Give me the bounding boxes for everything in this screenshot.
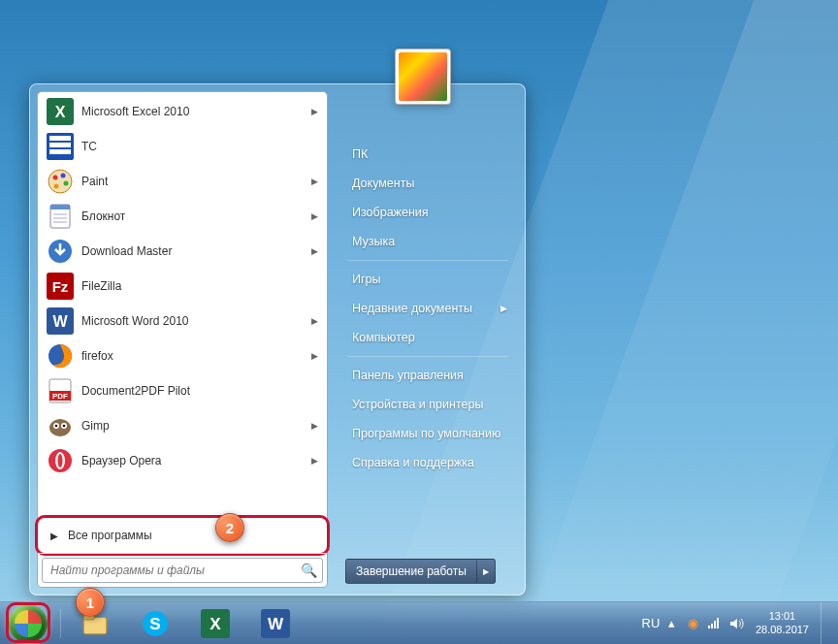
right-panel-item[interactable]: Программы по умолчанию <box>341 419 518 448</box>
right-item-label: ПК <box>352 147 368 161</box>
separator <box>347 356 508 357</box>
program-label: FileZilla <box>81 279 318 293</box>
right-item-label: Устройства и принтеры <box>352 398 483 411</box>
right-item-label: Музыка <box>352 235 395 248</box>
program-item-gimp[interactable]: Gimp▶ <box>40 408 325 443</box>
shutdown-row: Завершение работы ▶ <box>341 555 518 588</box>
right-panel-item[interactable]: Справка и поддержка <box>341 448 518 477</box>
program-label: Microsoft Word 2010 <box>81 314 311 328</box>
right-item-label: Игры <box>352 273 380 286</box>
windows-orb-icon <box>9 604 48 643</box>
annotation-badge-1: 1 <box>76 588 105 617</box>
right-item-label: Справка и поддержка <box>352 456 474 469</box>
clock-time: 13:01 <box>756 610 809 623</box>
clock[interactable]: 13:01 28.08.2017 <box>750 610 815 635</box>
tray-app-icon[interactable]: ◉ <box>686 616 701 631</box>
program-label: Microsoft Excel 2010 <box>81 105 311 118</box>
gimp-icon <box>47 412 74 439</box>
program-label: Paint <box>81 175 311 188</box>
search-icon: 🔍 <box>301 563 317 578</box>
right-item-label: Недавние документы <box>352 302 472 315</box>
arrow-right-icon: ▶ <box>50 531 58 541</box>
dm-icon <box>47 238 74 265</box>
shutdown-label: Завершение работы <box>356 564 467 578</box>
program-label: firefox <box>81 349 311 363</box>
word-icon <box>47 307 74 335</box>
program-item-excel[interactable]: Microsoft Excel 2010▶ <box>40 94 325 129</box>
start-menu-right-panel: ПКДокументыИзображенияМузыкаИгрыНедавние… <box>328 91 518 588</box>
right-panel-item[interactable]: Музыка <box>341 227 518 256</box>
right-panel-item[interactable]: Изображения <box>341 198 518 227</box>
program-item-dm[interactable]: Download Master▶ <box>40 234 325 269</box>
firefox-icon <box>47 342 74 370</box>
shutdown-options-button[interactable]: ▶ <box>477 560 495 583</box>
right-item-label: Панель управления <box>352 369 464 382</box>
program-item-opera[interactable]: Браузер Opera▶ <box>40 443 325 478</box>
right-panel-item[interactable]: Игры <box>341 265 518 294</box>
search-input[interactable] <box>42 558 323 583</box>
program-label: Браузер Opera <box>81 454 311 467</box>
right-panel-item[interactable]: Устройства и принтеры <box>341 390 518 419</box>
taskbar-item-word[interactable] <box>246 604 305 643</box>
taskbar-item-skype[interactable] <box>126 604 184 643</box>
right-panel-item[interactable]: ПК <box>341 140 518 169</box>
user-picture-image <box>399 52 447 101</box>
shutdown-button-group: Завершение работы ▶ <box>345 559 496 584</box>
program-label: Gimp <box>81 419 311 433</box>
program-item-tc[interactable]: TC <box>40 129 325 164</box>
taskbar-separator <box>60 609 61 638</box>
submenu-arrow-icon: ▶ <box>311 456 318 466</box>
desktop: Microsoft Excel 2010▶TCPaint▶Блокнот▶Dow… <box>0 0 838 644</box>
volume-icon[interactable] <box>728 616 744 631</box>
program-item-firefox[interactable]: firefox▶ <box>40 338 325 373</box>
excel-icon <box>47 98 74 125</box>
taskbar: RU ▴ ◉ 13:01 28.08.2017 <box>0 601 838 644</box>
all-programs-button[interactable]: ▶ Все программы <box>41 521 324 550</box>
search-container: 🔍 <box>38 553 327 587</box>
start-button[interactable] <box>0 602 56 645</box>
submenu-arrow-icon: ▶ <box>311 421 318 431</box>
submenu-arrow-icon: ▶ <box>311 107 318 116</box>
submenu-arrow-icon: ▶ <box>311 177 318 186</box>
all-programs-label: Все программы <box>68 529 152 542</box>
user-picture[interactable] <box>395 48 451 105</box>
program-label: Download Master <box>81 244 311 258</box>
start-menu-left-panel: Microsoft Excel 2010▶TCPaint▶Блокнот▶Dow… <box>37 91 328 588</box>
word-icon <box>261 609 290 638</box>
excel-icon <box>201 609 230 638</box>
taskbar-item-excel[interactable] <box>186 604 244 643</box>
clock-date: 28.08.2017 <box>756 624 809 636</box>
right-panel-item[interactable]: Документы <box>341 169 518 198</box>
paint-icon <box>47 168 74 195</box>
submenu-arrow-icon: ▶ <box>311 246 318 256</box>
separator <box>347 260 508 261</box>
submenu-arrow-icon: ▶ <box>500 304 507 313</box>
program-item-notepad[interactable]: Блокнот▶ <box>40 199 325 234</box>
right-item-label: Документы <box>352 177 414 190</box>
program-label: Блокнот <box>81 209 311 223</box>
submenu-arrow-icon: ▶ <box>311 351 318 361</box>
program-item-filezilla[interactable]: FileZilla <box>40 269 325 304</box>
right-panel-item[interactable]: Компьютер <box>341 323 518 352</box>
shutdown-button[interactable]: Завершение работы <box>346 560 477 583</box>
show-desktop-button[interactable] <box>821 602 834 645</box>
right-panel-item[interactable]: Недавние документы▶ <box>341 294 518 323</box>
show-hidden-icons[interactable]: ▴ <box>664 616 680 631</box>
right-item-label: Программы по умолчанию <box>352 427 500 440</box>
language-indicator[interactable]: RU <box>643 616 659 631</box>
network-icon[interactable] <box>707 616 723 631</box>
program-item-paint[interactable]: Paint▶ <box>40 164 325 199</box>
submenu-arrow-icon: ▶ <box>311 316 318 326</box>
program-item-pdf[interactable]: Document2PDF Pilot <box>40 373 325 408</box>
notepad-icon <box>47 203 74 230</box>
pdf-icon <box>47 377 74 404</box>
programs-list: Microsoft Excel 2010▶TCPaint▶Блокнот▶Dow… <box>38 92 327 513</box>
system-tray: RU ▴ ◉ 13:01 28.08.2017 <box>639 602 838 644</box>
opera-icon <box>47 447 74 474</box>
right-panel-item[interactable]: Панель управления <box>341 361 518 390</box>
right-item-label: Изображения <box>352 206 429 219</box>
program-item-word[interactable]: Microsoft Word 2010▶ <box>40 304 325 338</box>
submenu-arrow-icon: ▶ <box>311 211 318 221</box>
filezilla-icon <box>47 273 74 300</box>
skype-icon <box>141 609 170 638</box>
